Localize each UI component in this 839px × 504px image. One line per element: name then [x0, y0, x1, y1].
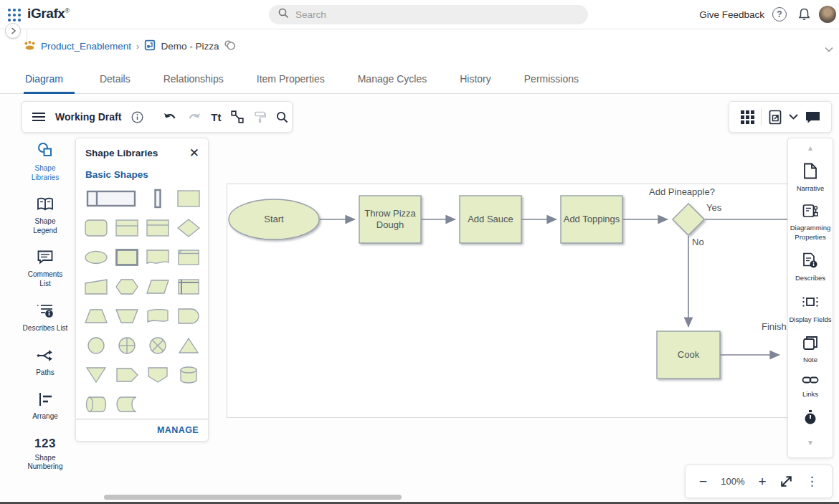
basic-shapes-section-label[interactable]: Basic Shapes	[76, 162, 208, 183]
panel-item-diagramming-properties[interactable]: Diagramming Properties	[788, 204, 833, 242]
diagram-canvas[interactable]: Start Throw Pizza Dough Add Sauce Add To…	[227, 184, 824, 418]
global-search[interactable]	[269, 5, 588, 24]
help-icon[interactable]: ?	[772, 7, 787, 22]
shape-cylinder[interactable]	[173, 363, 204, 386]
shape-stored-data[interactable]	[111, 393, 142, 415]
horizontal-scrollbar[interactable]	[104, 495, 402, 500]
node-toppings-label: Add Toppings	[562, 196, 621, 243]
shape-horizontal-cylinder[interactable]	[80, 393, 111, 415]
shape-manual-operation[interactable]	[80, 275, 111, 298]
rail-item-shape-numbering[interactable]: 123 Shape Numbering	[22, 437, 68, 472]
app-launcher-icon[interactable]	[6, 7, 22, 23]
shape-lane[interactable]	[142, 187, 173, 209]
shape-document[interactable]	[142, 246, 173, 268]
shape-numbering-icon: 123	[34, 437, 56, 451]
export-document-icon[interactable]	[769, 110, 782, 125]
shape-decision[interactable]	[173, 217, 204, 239]
shape-split-process[interactable]	[111, 217, 142, 239]
panel-item-timer[interactable]	[803, 409, 817, 428]
rail-item-arrange[interactable]: Arrange	[22, 392, 68, 422]
chevron-down-icon[interactable]	[789, 114, 798, 120]
rail-item-shape-libraries[interactable]: Shape Libraries	[22, 141, 68, 182]
shape-inverted-triangle[interactable]	[80, 363, 111, 386]
shape-display[interactable]	[142, 305, 173, 327]
shape-parallelogram[interactable]	[142, 275, 173, 298]
shape-delay[interactable]	[173, 305, 204, 327]
fit-to-screen-icon[interactable]	[780, 475, 792, 488]
connector-tool-icon[interactable]	[231, 110, 244, 123]
tab-details[interactable]: Details	[83, 65, 147, 93]
tab-permissions[interactable]: Permissions	[508, 65, 595, 93]
panel-item-links[interactable]: Links	[788, 375, 833, 399]
tab-relationships[interactable]: Relationships	[147, 65, 240, 93]
rail-item-shape-legend[interactable]: Shape Legend	[22, 197, 68, 235]
undo-icon[interactable]	[163, 112, 177, 123]
rail-item-describes-list[interactable]: Describes List	[22, 303, 68, 333]
shape-off-page-down[interactable]	[142, 363, 173, 386]
shape-summing-junction[interactable]	[142, 334, 173, 356]
panel-item-note[interactable]: Note	[788, 336, 833, 364]
zoom-out-button[interactable]: −	[699, 475, 707, 488]
menu-hamburger-icon[interactable]	[32, 112, 45, 122]
notifications-bell-icon[interactable]	[797, 7, 811, 24]
shape-rectangle[interactable]	[173, 187, 204, 209]
panel-item-describes[interactable]: Describes	[788, 252, 833, 282]
shape-circle[interactable]	[80, 334, 111, 356]
shape-trapezoid[interactable]	[80, 305, 111, 327]
format-painter-icon[interactable]	[254, 111, 266, 123]
user-avatar[interactable]	[819, 6, 836, 23]
manage-shapes-link[interactable]: MANAGE	[157, 425, 199, 435]
shape-off-page-right[interactable]	[111, 363, 142, 386]
scroll-down-icon[interactable]: ▼	[807, 439, 814, 447]
close-icon[interactable]: ✕	[189, 147, 199, 159]
chevron-down-icon[interactable]	[825, 42, 833, 55]
expand-panel-button[interactable]	[5, 23, 21, 39]
node-decision-shape[interactable]	[673, 204, 704, 235]
node-start-label: Start	[229, 199, 318, 239]
shape-rounded-rectangle[interactable]	[80, 217, 111, 239]
shape-multi-process[interactable]	[142, 217, 173, 239]
shape-hexagon[interactable]	[111, 275, 142, 298]
search-input[interactable]	[295, 9, 579, 20]
shape-triangle[interactable]	[173, 334, 204, 356]
shape-predefined-process[interactable]	[173, 275, 204, 298]
tab-diagram[interactable]: Diagram	[24, 65, 83, 93]
shape-bordered-process[interactable]	[111, 246, 142, 268]
igrafx-app: iGrafx® Give Feedback ? Product_Enableme…	[0, 0, 839, 504]
watching-icon[interactable]	[224, 39, 236, 53]
give-feedback-link[interactable]: Give Feedback	[699, 9, 764, 20]
display-fields-icon	[802, 293, 819, 313]
breadcrumb-repository-link[interactable]: Product_Enablement	[41, 41, 131, 52]
text-tool-icon[interactable]: Tt	[211, 111, 221, 123]
search-icon	[278, 8, 289, 22]
shape-inverted-trapezoid[interactable]	[111, 305, 142, 327]
grid-view-icon[interactable]	[741, 110, 754, 124]
shape-libraries-icon	[37, 141, 54, 161]
tab-history[interactable]: History	[443, 65, 508, 93]
shape-libraries-panel: Shape Libraries ✕ Basic Shapes	[75, 138, 209, 442]
arrange-icon	[38, 392, 52, 409]
branch-yes-label: Yes	[706, 202, 721, 213]
scroll-up-icon[interactable]: ▲	[807, 144, 814, 152]
describes-icon	[802, 252, 818, 272]
shape-card[interactable]	[173, 246, 204, 268]
tab-item-properties[interactable]: Item Properties	[240, 65, 341, 93]
more-options-kebab-icon[interactable]: ⋮	[806, 474, 818, 489]
top-bar: iGrafx® Give Feedback ?	[0, 0, 839, 29]
panel-item-narrative[interactable]: Narrative	[788, 163, 833, 193]
rail-item-paths[interactable]: Paths	[22, 348, 68, 378]
shape-panel-title: Shape Libraries	[85, 148, 158, 158]
shape-or-junction[interactable]	[111, 334, 142, 356]
panel-item-display-fields[interactable]: Display Fields	[788, 293, 833, 324]
comment-bubble-icon[interactable]	[805, 110, 820, 124]
diagram-item-icon	[144, 39, 156, 53]
redo-icon[interactable]	[187, 112, 201, 123]
zoom-in-button[interactable]: +	[759, 475, 767, 488]
breadcrumb-separator: ›	[136, 41, 139, 52]
tab-manage-cycles[interactable]: Manage Cycles	[341, 65, 444, 93]
shape-ellipse[interactable]	[80, 246, 111, 268]
find-shape-icon[interactable]	[276, 111, 288, 123]
shape-pool[interactable]	[80, 187, 142, 209]
info-icon[interactable]	[131, 111, 143, 123]
rail-item-comments-list[interactable]: Comments List	[22, 250, 68, 288]
